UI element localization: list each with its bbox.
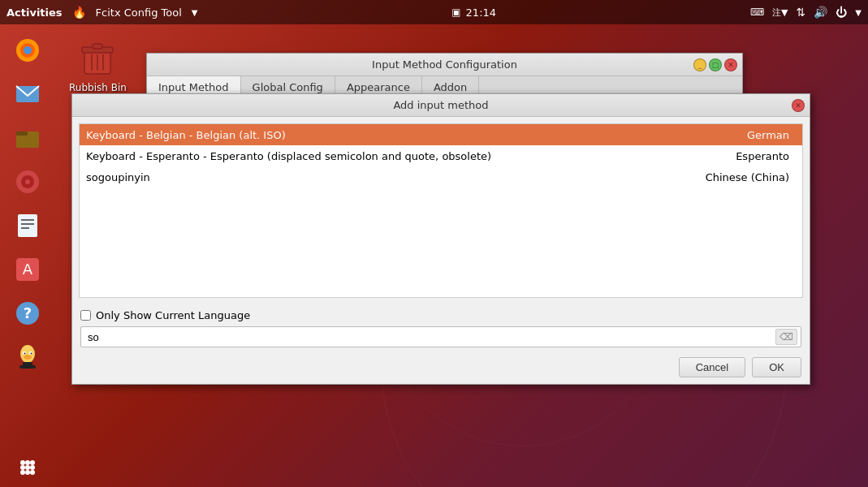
svg-point-28 bbox=[25, 460, 30, 465]
sidebar-item-apps[interactable] bbox=[8, 448, 47, 487]
sidebar-item-files[interactable] bbox=[8, 119, 47, 157]
svg-rect-10 bbox=[18, 214, 37, 237]
window-icon: ▣ bbox=[451, 6, 460, 18]
sidebar-item-sound[interactable] bbox=[8, 162, 47, 201]
activities-button[interactable]: Activities bbox=[6, 6, 63, 19]
app-menu-dropdown-icon[interactable]: ▼ bbox=[192, 8, 198, 17]
svg-point-32 bbox=[30, 465, 35, 470]
svg-point-21 bbox=[24, 353, 26, 355]
only-show-current-language-checkbox[interactable] bbox=[80, 310, 91, 321]
list-item-lang: Esperanto bbox=[682, 150, 796, 162]
rubbish-bin-label: Rubbish Bin bbox=[69, 82, 127, 93]
close-button[interactable]: ✕ bbox=[724, 58, 737, 71]
only-show-current-language-label[interactable]: Only Show Current Language bbox=[96, 309, 250, 321]
cancel-button[interactable]: Cancel bbox=[679, 357, 745, 377]
svg-point-35 bbox=[30, 470, 35, 475]
svg-point-8 bbox=[25, 179, 30, 184]
fcitx-window-title: Input Method Configuration bbox=[372, 58, 517, 71]
dialog-buttons: Cancel OK bbox=[72, 352, 810, 384]
sidebar-item-appstore[interactable]: A bbox=[8, 250, 47, 289]
sidebar-item-linux[interactable] bbox=[8, 338, 47, 377]
search-input[interactable] bbox=[84, 330, 775, 345]
svg-rect-11 bbox=[21, 219, 34, 221]
rubbish-bin[interactable]: Rubbish Bin bbox=[69, 37, 127, 93]
search-row: ⌫ bbox=[80, 326, 801, 347]
keyboard-indicator[interactable]: ⌨ bbox=[750, 6, 764, 18]
svg-rect-13 bbox=[21, 227, 29, 229]
list-item[interactable]: Keyboard - Esperanto - Esperanto (displa… bbox=[80, 145, 802, 166]
maximize-button[interactable]: □ bbox=[709, 58, 722, 71]
svg-point-30 bbox=[20, 465, 25, 470]
svg-point-29 bbox=[30, 460, 35, 465]
dialog-title: Add input method bbox=[393, 99, 488, 111]
svg-point-23 bbox=[24, 355, 32, 360]
list-item-lang: German bbox=[682, 129, 796, 141]
desktop: Activities 🔥 Fcitx Config Tool ▼ ▣ 21:14… bbox=[0, 0, 868, 487]
list-item-name: Keyboard - Belgian - Belgian (alt. ISO) bbox=[86, 129, 682, 141]
list-item-lang: Chinese (China) bbox=[682, 171, 796, 183]
sidebar-item-help[interactable]: ? bbox=[8, 294, 47, 333]
sidebar-item-writer[interactable] bbox=[8, 206, 47, 245]
list-item[interactable]: Keyboard - Belgian - Belgian (alt. ISO) … bbox=[80, 124, 802, 145]
svg-point-31 bbox=[25, 465, 30, 470]
search-clear-button[interactable]: ⌫ bbox=[775, 329, 797, 345]
ok-button[interactable]: OK bbox=[752, 357, 801, 377]
svg-point-18 bbox=[20, 345, 35, 363]
list-item[interactable]: sogoupinyin Chinese (China) bbox=[80, 166, 802, 187]
svg-point-22 bbox=[31, 353, 32, 355]
input-method-list[interactable]: Keyboard - Belgian - Belgian (alt. ISO) … bbox=[79, 123, 803, 298]
sidebar-item-firefox[interactable] bbox=[8, 31, 47, 70]
svg-rect-26 bbox=[29, 365, 36, 368]
svg-rect-38 bbox=[93, 44, 102, 49]
dialog-footer: Only Show Current Language ⌫ bbox=[72, 304, 810, 352]
svg-rect-12 bbox=[21, 223, 34, 225]
volume-icon[interactable]: 🔊 bbox=[814, 6, 827, 19]
svg-point-2 bbox=[24, 46, 32, 54]
svg-point-33 bbox=[20, 470, 25, 475]
sidebar: A ? bbox=[0, 24, 55, 487]
svg-point-27 bbox=[20, 460, 25, 465]
fcitx-app-icon: 🔥 bbox=[72, 6, 86, 19]
app-name-label[interactable]: Fcitx Config Tool bbox=[96, 6, 182, 19]
system-menu-dropdown-icon[interactable]: ▼ bbox=[855, 8, 862, 17]
only-show-current-language-row: Only Show Current Language bbox=[80, 309, 801, 321]
list-item-name: sogoupinyin bbox=[86, 171, 682, 183]
svg-point-34 bbox=[25, 470, 30, 475]
fcitx-titlebar: Input Method Configuration _ □ ✕ bbox=[147, 54, 742, 76]
svg-rect-5 bbox=[16, 131, 28, 136]
svg-text:?: ? bbox=[24, 304, 32, 321]
clock-label: 21:14 bbox=[466, 6, 496, 19]
svg-text:A: A bbox=[23, 261, 33, 278]
network-icon[interactable]: ⇅ bbox=[797, 6, 806, 19]
sidebar-item-email[interactable] bbox=[8, 75, 47, 114]
list-item-name: Keyboard - Esperanto - Esperanto (displa… bbox=[86, 150, 682, 162]
dialog-titlebar: Add input method ✕ bbox=[72, 94, 810, 117]
dialog-close-button[interactable]: ✕ bbox=[792, 99, 805, 112]
power-icon[interactable]: ⏻ bbox=[836, 6, 847, 19]
topbar: Activities 🔥 Fcitx Config Tool ▼ ▣ 21:14… bbox=[0, 0, 868, 24]
svg-rect-25 bbox=[19, 365, 26, 368]
minimize-button[interactable]: _ bbox=[693, 58, 706, 71]
add-input-method-dialog: Add input method ✕ Keyboard - Belgian - … bbox=[71, 93, 810, 385]
input-method-indicator[interactable]: 注▼ bbox=[772, 6, 788, 19]
